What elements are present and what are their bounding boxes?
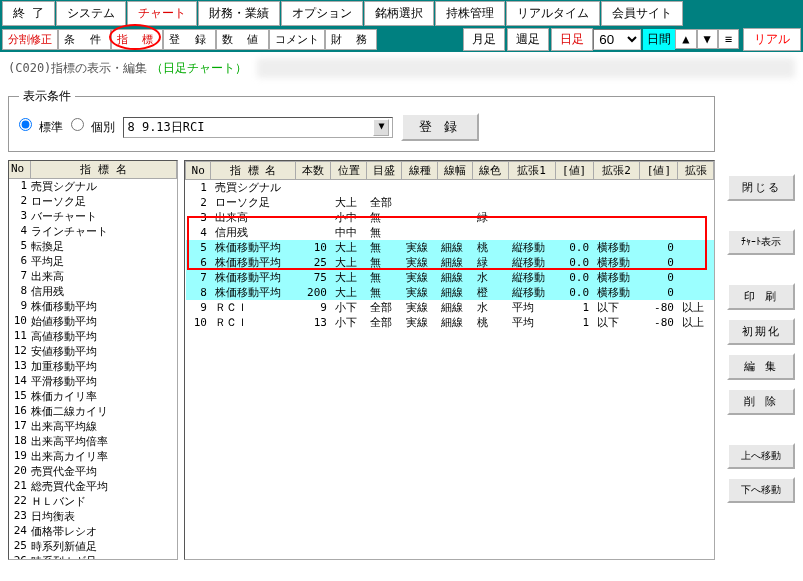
left-col-no: No <box>9 161 31 178</box>
tab-system[interactable]: システム <box>56 1 126 26</box>
list-item[interactable]: 2ローソク足 <box>9 194 177 209</box>
side-button-column: 閉じる ﾁｬｰﾄ表示 印 刷 初期化 編 集 削 除 上へ移動 下へ移動 <box>727 174 795 568</box>
indicator-combo[interactable]: 8 9.13日RCI ▼ <box>123 117 393 138</box>
indicator-button[interactable]: 指 標 <box>111 29 164 50</box>
indicator-detail-table[interactable]: No指 標 名本数位置目盛線種線幅線色拡張1[値]拡張2[値]拡張 1売買シグナ… <box>184 160 715 560</box>
close-button[interactable]: 閉じる <box>727 174 795 201</box>
list-item[interactable]: 22ＨＬバンド <box>9 494 177 509</box>
list-item[interactable]: 9株価移動平均 <box>9 299 177 314</box>
move-down-button[interactable]: 下へ移動 <box>727 477 795 503</box>
list-item[interactable]: 25時系列新値足 <box>9 539 177 554</box>
menu-icon-button[interactable]: ≡ <box>718 29 739 49</box>
table-header-cell[interactable]: 拡張2 <box>593 162 640 180</box>
table-header-cell[interactable]: 線色 <box>473 162 508 180</box>
list-item[interactable]: 14平滑移動平均 <box>9 374 177 389</box>
chevron-down-icon[interactable]: ▼ <box>373 119 389 136</box>
standard-radio[interactable] <box>19 118 32 131</box>
table-header-cell[interactable]: 位置 <box>331 162 366 180</box>
tab-hold[interactable]: 持株管理 <box>435 1 505 26</box>
list-item[interactable]: 18出来高平均倍率 <box>9 434 177 449</box>
table-header-cell[interactable]: 線種 <box>402 162 437 180</box>
move-up-button[interactable]: 上へ移動 <box>727 443 795 469</box>
list-item[interactable]: 4ラインチャート <box>9 224 177 239</box>
table-row[interactable]: 2ローソク足大上全部 <box>186 195 714 210</box>
list-item[interactable]: 20売買代金平均 <box>9 464 177 479</box>
table-header-cell[interactable]: 拡張 <box>678 162 714 180</box>
table-header-cell[interactable]: No <box>186 162 211 180</box>
list-item[interactable]: 17出来高平均線 <box>9 419 177 434</box>
table-row[interactable]: 5株価移動平均10大上無実線細線桃縦移動0.0横移動0 <box>186 240 714 255</box>
realtime-button[interactable]: リアル <box>743 28 801 51</box>
condition-button[interactable]: 条 件 <box>58 29 111 50</box>
chart-show-button[interactable]: ﾁｬｰﾄ表示 <box>727 229 795 255</box>
split-adjust-button[interactable]: 分割修正 <box>2 29 58 50</box>
table-row[interactable]: 7株価移動平均75大上無実線細線水縦移動0.0横移動0 <box>186 270 714 285</box>
indicator-master-list[interactable]: No 指 標 名 1売買シグナル2ローソク足3バーチャート4ラインチャート5転換… <box>8 160 178 560</box>
tab-chart[interactable]: チャート <box>127 1 197 26</box>
table-header-cell[interactable]: 本数 <box>296 162 331 180</box>
list-item[interactable]: 24価格帯レシオ <box>9 524 177 539</box>
list-item[interactable]: 16株価二線カイリ <box>9 404 177 419</box>
table-row[interactable]: 8株価移動平均200大上無実線細線橙縦移動0.0横移動0 <box>186 285 714 300</box>
list-item[interactable]: 13加重移動平均 <box>9 359 177 374</box>
list-item[interactable]: 6平均足 <box>9 254 177 269</box>
blurred-context <box>257 58 795 78</box>
list-item[interactable]: 8信用残 <box>9 284 177 299</box>
tab-select[interactable]: 銘柄選択 <box>364 1 434 26</box>
edit-button[interactable]: 編 集 <box>727 353 795 380</box>
individual-radio-label[interactable]: 個別 <box>71 118 115 136</box>
table-header-cell[interactable]: 線幅 <box>437 162 472 180</box>
list-item[interactable]: 15株価カイリ率 <box>9 389 177 404</box>
list-item[interactable]: 23日均衡表 <box>9 509 177 524</box>
table-header-cell[interactable]: 拡張1 <box>508 162 555 180</box>
display-condition-legend: 表示条件 <box>19 88 75 105</box>
table-header-row: No指 標 名本数位置目盛線種線幅線色拡張1[値]拡張2[値]拡張 <box>186 162 714 180</box>
delete-button[interactable]: 削 除 <box>727 388 795 415</box>
initialize-button[interactable]: 初期化 <box>727 318 795 345</box>
list-item[interactable]: 7出来高 <box>9 269 177 284</box>
list-item[interactable]: 1売買シグナル <box>9 179 177 194</box>
tab-realtime[interactable]: リアルタイム <box>506 1 600 26</box>
list-item[interactable]: 26時系列カギ足 <box>9 554 177 560</box>
weekly-button[interactable]: 週足 <box>507 28 549 51</box>
finance-button[interactable]: 財 務 <box>325 29 378 50</box>
table-row[interactable]: 1売買シグナル <box>186 180 714 196</box>
print-button[interactable]: 印 刷 <box>727 283 795 310</box>
tab-member[interactable]: 会員サイト <box>601 1 683 26</box>
table-row[interactable]: 3出来高小中無緑 <box>186 210 714 225</box>
combo-value: 8 9.13日RCI <box>127 119 204 136</box>
list-item[interactable]: 12安値移動平均 <box>9 344 177 359</box>
individual-radio[interactable] <box>71 118 84 131</box>
table-row[interactable]: 6株価移動平均25大上無実線細線緑縦移動0.0横移動0 <box>186 255 714 270</box>
table-header-cell[interactable]: [値] <box>640 162 678 180</box>
bars-count-select[interactable]: 60 <box>593 29 641 50</box>
standard-radio-label[interactable]: 標準 <box>19 118 63 136</box>
list-item[interactable]: 10始値移動平均 <box>9 314 177 329</box>
tab-option[interactable]: オプション <box>281 1 363 26</box>
table-row[interactable]: 9ＲＣＩ9小下全部実線細線水平均1以下-80以上 <box>186 300 714 315</box>
list-item[interactable]: 19出来高カイリ率 <box>9 449 177 464</box>
tab-exit[interactable]: 終 了 <box>2 1 55 26</box>
display-condition-group: 表示条件 標準 個別 8 9.13日RCI ▼ 登 録 <box>8 88 715 152</box>
up-arrow-button[interactable]: ▲ <box>675 29 696 49</box>
comment-button[interactable]: コメント <box>269 29 325 50</box>
page-subtitle: (C020)指標の表示・編集 （日足チャート） <box>0 52 803 84</box>
tab-finance[interactable]: 財務・業績 <box>198 1 280 26</box>
table-header-cell[interactable]: 指 標 名 <box>211 162 296 180</box>
register-condition-button[interactable]: 登 録 <box>401 113 479 141</box>
list-item[interactable]: 3バーチャート <box>9 209 177 224</box>
table-header-cell[interactable]: 目盛 <box>366 162 401 180</box>
main-content: No 指 標 名 1売買シグナル2ローソク足3バーチャート4ラインチャート5転換… <box>8 160 715 560</box>
table-row[interactable]: 10ＲＣＩ13小下全部実線細線桃平均1以下-80以上 <box>186 315 714 330</box>
list-item[interactable]: 11高値移動平均 <box>9 329 177 344</box>
monthly-button[interactable]: 月足 <box>463 28 505 51</box>
table-header-cell[interactable]: [値] <box>555 162 593 180</box>
down-arrow-button[interactable]: ▼ <box>697 29 718 49</box>
daily-button[interactable]: 日足 <box>551 28 593 51</box>
subtitle-code: (C020)指標の表示・編集 <box>8 60 147 77</box>
register-button[interactable]: 登 録 <box>163 29 216 50</box>
list-item[interactable]: 5転換足 <box>9 239 177 254</box>
list-item[interactable]: 21総売買代金平均 <box>9 479 177 494</box>
numeric-button[interactable]: 数 値 <box>216 29 269 50</box>
table-row[interactable]: 4信用残中中無 <box>186 225 714 240</box>
